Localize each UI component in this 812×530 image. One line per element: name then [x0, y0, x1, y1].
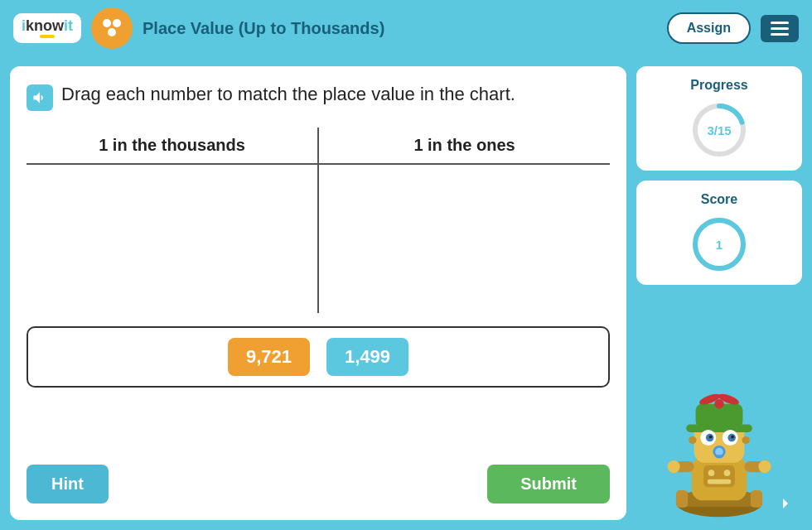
svg-point-2: [108, 28, 116, 36]
col1-header: 1 in the thousands: [27, 128, 318, 164]
svg-point-27: [689, 436, 696, 444]
svg-point-22: [709, 436, 713, 439]
hint-button[interactable]: Hint: [27, 465, 109, 504]
score-ring: 1: [690, 215, 748, 273]
activity-icon: [91, 7, 133, 49]
svg-rect-9: [676, 490, 688, 508]
robot-mascot: [653, 371, 785, 520]
progress-value: 3/15: [707, 123, 731, 137]
logo: iknowit: [13, 13, 81, 43]
col2-drop-zone[interactable]: [318, 164, 610, 313]
col1-drop-zone[interactable]: [27, 164, 318, 313]
question-text: Drag each number to match the place valu…: [61, 83, 515, 107]
svg-rect-10: [751, 490, 762, 508]
main-layout: Drag each number to match the place valu…: [0, 56, 812, 530]
svg-rect-26: [716, 455, 723, 458]
page-title: Place Value (Up to Thousands): [143, 19, 657, 38]
col2-header: 1 in the ones: [318, 128, 610, 164]
drag-chip-9721[interactable]: 9,721: [228, 338, 310, 376]
place-value-chart: 1 in the thousands 1 in the ones: [27, 128, 610, 313]
svg-point-23: [731, 436, 734, 439]
app-header: iknowit Place Value (Up to Thousands) As…: [0, 0, 812, 56]
svg-point-32: [758, 460, 771, 473]
score-title: Score: [650, 192, 789, 207]
svg-point-28: [742, 436, 749, 444]
assign-button[interactable]: Assign: [667, 12, 751, 44]
score-value: 1: [716, 238, 723, 252]
menu-button[interactable]: [761, 15, 799, 42]
drag-source-area: 9,721 1,499: [27, 326, 610, 388]
svg-point-25: [715, 448, 723, 455]
content-area: Drag each number to match the place valu…: [10, 66, 626, 520]
svg-point-1: [113, 19, 121, 27]
progress-title: Progress: [650, 78, 789, 93]
score-card: Score 1: [636, 181, 802, 285]
progress-ring: 3/15: [690, 101, 748, 159]
drag-chip-1499[interactable]: 1,499: [326, 338, 408, 376]
svg-point-0: [103, 19, 111, 27]
bottom-bar: Hint Submit: [27, 465, 610, 504]
sound-button[interactable]: [27, 84, 53, 111]
svg-point-34: [708, 470, 715, 476]
sidebar: Progress 3/15 Score 1: [636, 66, 802, 520]
question-header: Drag each number to match the place valu…: [27, 83, 610, 111]
svg-point-35: [724, 470, 731, 476]
svg-rect-36: [708, 479, 731, 484]
progress-card: Progress 3/15: [636, 66, 802, 171]
submit-button[interactable]: Submit: [487, 465, 610, 504]
nav-arrow-button[interactable]: [772, 490, 799, 517]
svg-point-31: [667, 460, 679, 473]
robot-container: [636, 295, 802, 520]
